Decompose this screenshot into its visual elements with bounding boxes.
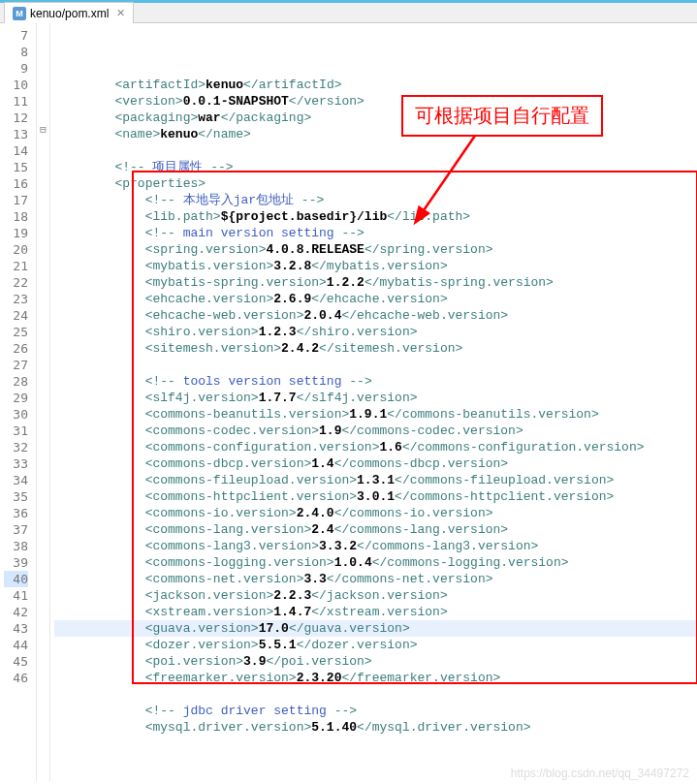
fold-spacer (37, 550, 49, 567)
code-line: <commons-net.version>3.3</commons-net.ve… (54, 571, 697, 587)
fold-spacer (37, 89, 49, 106)
fold-spacer (37, 468, 49, 485)
line-number: 30 (4, 406, 28, 423)
fold-spacer (37, 666, 49, 682)
fold-spacer (37, 353, 49, 369)
fold-spacer (37, 616, 49, 633)
code-line: <jackson.version>2.2.3</jackson.version> (54, 587, 697, 604)
watermark: https://blog.csdn.net/qq_34497272 (511, 767, 689, 780)
fold-spacer (37, 320, 49, 336)
editor[interactable]: 7891011121314151617181920212223242526272… (0, 23, 697, 781)
line-number: 38 (4, 538, 28, 554)
fold-spacer (37, 188, 49, 204)
fold-spacer (37, 369, 49, 386)
code-line: <commons-configuration.version>1.6</comm… (54, 439, 697, 455)
line-number-gutter: 7891011121314151617181920212223242526272… (0, 23, 37, 781)
line-number: 34 (4, 472, 28, 488)
code-line: <dozer.version>5.5.1</dozer.version> (54, 637, 697, 653)
line-number: 21 (4, 258, 28, 274)
fold-toggle-icon[interactable] (37, 122, 49, 139)
code-line: <artifactId>kenuo</artifactId> (54, 77, 697, 93)
fold-spacer (37, 287, 49, 303)
code-line: <!-- 本地导入jar包地址 --> (54, 192, 697, 208)
line-number: 45 (4, 653, 28, 670)
code-line: <slf4j.version>1.7.7</slf4j.version> (54, 390, 697, 406)
code-line: <poi.version>3.9</poi.version> (54, 653, 697, 670)
line-number: 36 (4, 505, 28, 521)
fold-spacer (37, 139, 49, 155)
fold-spacer (37, 336, 49, 353)
fold-column (37, 23, 50, 781)
code-area[interactable]: <artifactId>kenuo</artifactId> <version>… (50, 23, 697, 781)
line-number: 22 (4, 274, 28, 291)
fold-spacer (37, 485, 49, 501)
line-number: 18 (4, 208, 28, 225)
close-icon[interactable]: ✕ (116, 7, 125, 19)
code-line: <xstream.version>1.4.7</xstream.version> (54, 604, 697, 620)
code-line: <lib.path>${project.basedir}/lib</lib.pa… (54, 208, 697, 225)
line-number: 25 (4, 324, 28, 340)
code-line: <ehcache-web.version>2.0.4</ehcache-web.… (54, 307, 697, 324)
code-line: <mybatis.version>3.2.8</mybatis.version> (54, 258, 697, 274)
fold-spacer (37, 73, 49, 89)
line-number: 29 (4, 390, 28, 406)
line-number: 33 (4, 455, 28, 472)
code-line: <!-- 项目属性 --> (54, 159, 697, 175)
code-line: <!-- main version setting --> (54, 225, 697, 241)
code-line: <guava.version>17.0</guava.version> (54, 620, 697, 637)
code-line: <sitemesh.version>2.4.2</sitemesh.versio… (54, 340, 697, 357)
code-line: <commons-fileupload.version>1.3.1</commo… (54, 472, 697, 488)
tab-filename: kenuo/pom.xml (30, 7, 109, 20)
fold-spacer (37, 419, 49, 435)
line-number: 8 (4, 44, 28, 60)
line-number: 19 (4, 225, 28, 241)
line-number: 35 (4, 488, 28, 505)
line-number: 32 (4, 439, 28, 455)
fold-spacer (37, 452, 49, 468)
line-number: 28 (4, 373, 28, 390)
code-line: <commons-httpclient.version>3.0.1</commo… (54, 488, 697, 505)
fold-spacer (37, 303, 49, 320)
line-number: 14 (4, 142, 28, 159)
fold-spacer (37, 534, 49, 550)
line-number: 39 (4, 554, 28, 571)
line-number: 31 (4, 423, 28, 439)
code-line: <shiro.version>1.2.3</shiro.version> (54, 324, 697, 340)
line-number: 43 (4, 620, 28, 637)
line-number: 12 (4, 110, 28, 126)
code-line: <mybatis-spring.version>1.2.2</mybatis-s… (54, 274, 697, 291)
fold-spacer (37, 106, 49, 122)
line-number: 37 (4, 521, 28, 538)
line-number: 27 (4, 357, 28, 373)
fold-spacer (37, 600, 49, 616)
fold-spacer (37, 501, 49, 517)
code-line: <commons-beanutils.version>1.9.1</common… (54, 406, 697, 423)
code-line: <mysql.driver.version>5.1.40</mysql.driv… (54, 719, 697, 736)
fold-spacer (37, 40, 49, 56)
line-number: 10 (4, 77, 28, 93)
line-number: 26 (4, 340, 28, 357)
fold-spacer (37, 172, 49, 188)
code-line (54, 357, 697, 373)
line-number: 23 (4, 291, 28, 307)
line-number: 11 (4, 93, 28, 110)
code-line: <commons-dbcp.version>1.4</commons-dbcp.… (54, 455, 697, 472)
xml-file-icon: M (13, 7, 26, 20)
code-line: <freemarker.version>2.3.20</freemarker.v… (54, 670, 697, 686)
code-line (54, 142, 697, 159)
annotation-callout: 可根据项目自行配置 (401, 95, 603, 137)
fold-spacer (37, 633, 49, 649)
fold-spacer (37, 517, 49, 534)
fold-spacer (37, 649, 49, 666)
fold-spacer (37, 221, 49, 237)
fold-spacer (37, 270, 49, 287)
active-tab[interactable]: M kenuo/pom.xml ✕ (4, 2, 134, 23)
code-line: <!-- tools version setting --> (54, 373, 697, 390)
code-line: <spring.version>4.0.8.RELEASE</spring.ve… (54, 241, 697, 258)
line-number: 13 (4, 126, 28, 142)
fold-spacer (37, 254, 49, 270)
code-line: <commons-codec.version>1.9</commons-code… (54, 423, 697, 439)
line-number: 41 (4, 587, 28, 604)
fold-spacer (37, 386, 49, 402)
fold-spacer (37, 237, 49, 254)
